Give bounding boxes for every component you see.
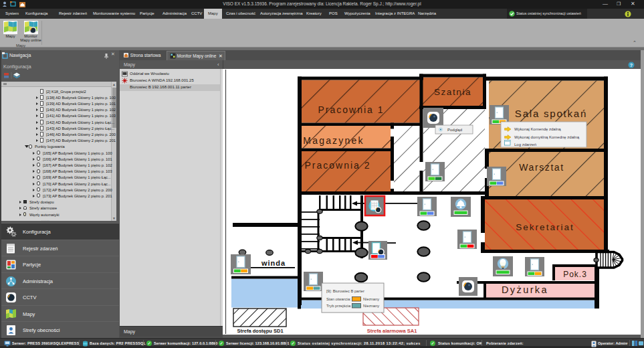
svg-text:Pracownia 1: Pracownia 1	[318, 104, 384, 115]
svg-text:Wykonaj Komendę zdalną: Wykonaj Komendę zdalną	[514, 127, 561, 131]
svg-text:Strefa alarmowa SA1: Strefa alarmowa SA1	[367, 328, 417, 334]
svg-text:Pracownia 2: Pracownia 2	[304, 160, 370, 171]
svg-text:[9]: Biurowiec B parter: [9]: Biurowiec B parter	[326, 289, 364, 293]
svg-text:Nieznany: Nieznany	[363, 304, 379, 308]
svg-text:Nieznany: Nieznany	[363, 297, 379, 301]
svg-text:Szatnia: Szatnia	[434, 87, 471, 97]
svg-text:Sala spotkań: Sala spotkań	[515, 108, 587, 119]
svg-text:Warsztat: Warsztat	[519, 162, 564, 173]
svg-text:Log zdarzeń: Log zdarzeń	[514, 143, 536, 147]
svg-text:Stan otwarcia:: Stan otwarcia:	[326, 297, 351, 301]
svg-text:Pok.3: Pok.3	[563, 270, 587, 279]
svg-text:Podgląd: Podgląd	[447, 128, 462, 132]
svg-text:Wykonaj domyślną Komednę zdaln: Wykonaj domyślną Komednę zdalną	[514, 135, 580, 139]
svg-text:Dyżurka: Dyżurka	[502, 284, 548, 295]
svg-text:winda: winda	[261, 259, 286, 267]
svg-text:?: ?	[630, 62, 633, 67]
svg-text:Tryb przejścia:: Tryb przejścia:	[326, 304, 352, 308]
svg-text:Magazynek: Magazynek	[303, 135, 364, 146]
svg-text:Strefa dostępu SD1: Strefa dostępu SD1	[237, 328, 283, 334]
svg-text:Sekretariat: Sekretariat	[516, 222, 574, 232]
